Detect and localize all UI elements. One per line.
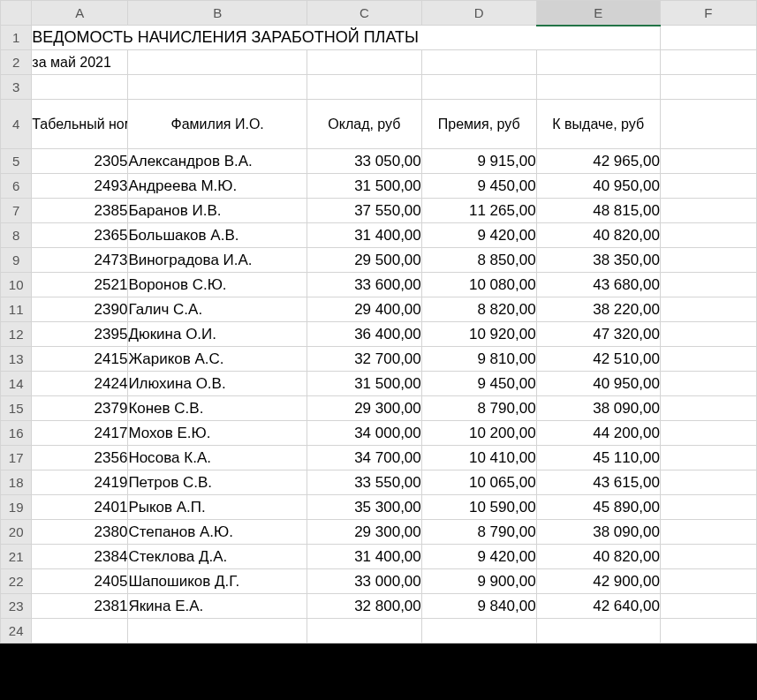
cell-pay[interactable]: 38 090,00: [536, 520, 660, 545]
cell-f19[interactable]: [660, 495, 756, 520]
cell-bonus[interactable]: 8 790,00: [421, 520, 536, 545]
cell-pay[interactable]: 47 320,00: [536, 322, 660, 347]
cell-name[interactable]: Шапошиков Д.Г.: [128, 569, 307, 594]
row-header-19[interactable]: 19: [1, 495, 32, 520]
cell-tabnum[interactable]: 2390: [32, 297, 128, 322]
column-header-e[interactable]: E: [536, 1, 660, 26]
cell-tabnum[interactable]: 2305: [32, 149, 128, 174]
cell-tabnum[interactable]: 2356: [32, 446, 128, 470]
cell-name[interactable]: Конев С.В.: [128, 396, 307, 421]
cell-salary[interactable]: 32 800,00: [307, 594, 421, 619]
cell-f9[interactable]: [660, 248, 756, 273]
cell-pay[interactable]: 40 950,00: [536, 174, 660, 199]
cell-pay[interactable]: 44 200,00: [536, 421, 660, 446]
cell-pay[interactable]: 42 900,00: [536, 569, 660, 594]
cell-f17[interactable]: [660, 446, 756, 470]
cell-bonus[interactable]: 9 915,00: [421, 149, 536, 174]
cell-tabnum[interactable]: 2419: [32, 470, 128, 495]
row-header-16[interactable]: 16: [1, 421, 32, 446]
cell-f22[interactable]: [660, 569, 756, 594]
cell-tabnum[interactable]: 2381: [32, 594, 128, 619]
cell-pay[interactable]: 48 815,00: [536, 199, 660, 223]
cell-salary[interactable]: 31 400,00: [307, 223, 421, 248]
cell-pay[interactable]: 40 950,00: [536, 372, 660, 396]
row-header-6[interactable]: 6: [1, 174, 32, 199]
cell-f5[interactable]: [660, 149, 756, 174]
row-header-18[interactable]: 18: [1, 470, 32, 495]
cell-f21[interactable]: [660, 545, 756, 569]
cell-name[interactable]: Галич С.А.: [128, 297, 307, 322]
cell-tabnum[interactable]: 2415: [32, 347, 128, 372]
cell-f4[interactable]: [660, 100, 756, 149]
cell-name[interactable]: Якина Е.А.: [128, 594, 307, 619]
cell-salary[interactable]: 33 000,00: [307, 569, 421, 594]
cell-f11[interactable]: [660, 297, 756, 322]
cell-pay[interactable]: 38 220,00: [536, 297, 660, 322]
cell-empty[interactable]: [421, 50, 536, 75]
row-header-4[interactable]: 4: [1, 100, 32, 149]
cell-bonus[interactable]: 10 920,00: [421, 322, 536, 347]
cell-empty[interactable]: [128, 75, 307, 100]
cell-bonus[interactable]: 8 820,00: [421, 297, 536, 322]
row-header-1[interactable]: 1: [1, 26, 32, 50]
cell-name[interactable]: Большаков А.В.: [128, 223, 307, 248]
cell-salary[interactable]: 31 500,00: [307, 372, 421, 396]
cell-tabnum[interactable]: 2405: [32, 569, 128, 594]
cell-name[interactable]: Воронов С.Ю.: [128, 273, 307, 297]
cell-bonus[interactable]: 9 810,00: [421, 347, 536, 372]
cell-empty[interactable]: [660, 50, 756, 75]
cell-empty[interactable]: [536, 50, 660, 75]
cell-f10[interactable]: [660, 273, 756, 297]
cell-empty[interactable]: [536, 75, 660, 100]
cell-pay[interactable]: 38 090,00: [536, 396, 660, 421]
cell-pay[interactable]: 42 640,00: [536, 594, 660, 619]
cell-bonus[interactable]: 10 410,00: [421, 446, 536, 470]
column-header-c[interactable]: C: [307, 1, 421, 26]
cell-salary[interactable]: 29 400,00: [307, 297, 421, 322]
row-header-8[interactable]: 8: [1, 223, 32, 248]
cell-salary[interactable]: 29 300,00: [307, 396, 421, 421]
cell-name[interactable]: Стеклова Д.А.: [128, 545, 307, 569]
row-header-23[interactable]: 23: [1, 594, 32, 619]
cell-empty[interactable]: [421, 619, 536, 644]
row-header-20[interactable]: 20: [1, 520, 32, 545]
cell-f7[interactable]: [660, 199, 756, 223]
cell-bonus[interactable]: 10 080,00: [421, 273, 536, 297]
cell-salary[interactable]: 29 300,00: [307, 520, 421, 545]
cell-tabnum[interactable]: 2417: [32, 421, 128, 446]
cell-salary[interactable]: 35 300,00: [307, 495, 421, 520]
cell-empty[interactable]: [660, 619, 756, 644]
row-header-3[interactable]: 3: [1, 75, 32, 100]
cell-bonus[interactable]: 10 200,00: [421, 421, 536, 446]
cell-tabnum[interactable]: 2473: [32, 248, 128, 273]
cell-f16[interactable]: [660, 421, 756, 446]
cell-salary[interactable]: 31 400,00: [307, 545, 421, 569]
cell-pay[interactable]: 42 510,00: [536, 347, 660, 372]
cell-tabnum[interactable]: 2521: [32, 273, 128, 297]
cell-name[interactable]: Виноградова И.А.: [128, 248, 307, 273]
cell-empty[interactable]: [32, 75, 128, 100]
cell-bonus[interactable]: 9 840,00: [421, 594, 536, 619]
row-header-2[interactable]: 2: [1, 50, 32, 75]
cell-f1[interactable]: [660, 26, 756, 50]
cell-tabnum[interactable]: 2424: [32, 372, 128, 396]
cell-f20[interactable]: [660, 520, 756, 545]
cell-bonus[interactable]: 10 590,00: [421, 495, 536, 520]
cell-pay[interactable]: 45 890,00: [536, 495, 660, 520]
cell-pay[interactable]: 43 680,00: [536, 273, 660, 297]
cell-name[interactable]: Петров С.В.: [128, 470, 307, 495]
row-header-10[interactable]: 10: [1, 273, 32, 297]
select-all-corner[interactable]: [1, 1, 32, 26]
cell-empty[interactable]: [128, 50, 307, 75]
cell-name[interactable]: Мохов Е.Ю.: [128, 421, 307, 446]
row-header-5[interactable]: 5: [1, 149, 32, 174]
cell-salary[interactable]: 37 550,00: [307, 199, 421, 223]
cell-salary[interactable]: 31 500,00: [307, 174, 421, 199]
cell-pay[interactable]: 40 820,00: [536, 223, 660, 248]
cell-name[interactable]: Дюкина О.И.: [128, 322, 307, 347]
cell-empty[interactable]: [536, 619, 660, 644]
row-header-13[interactable]: 13: [1, 347, 32, 372]
cell-bonus[interactable]: 9 450,00: [421, 174, 536, 199]
cell-name[interactable]: Андреева М.Ю.: [128, 174, 307, 199]
row-header-14[interactable]: 14: [1, 372, 32, 396]
